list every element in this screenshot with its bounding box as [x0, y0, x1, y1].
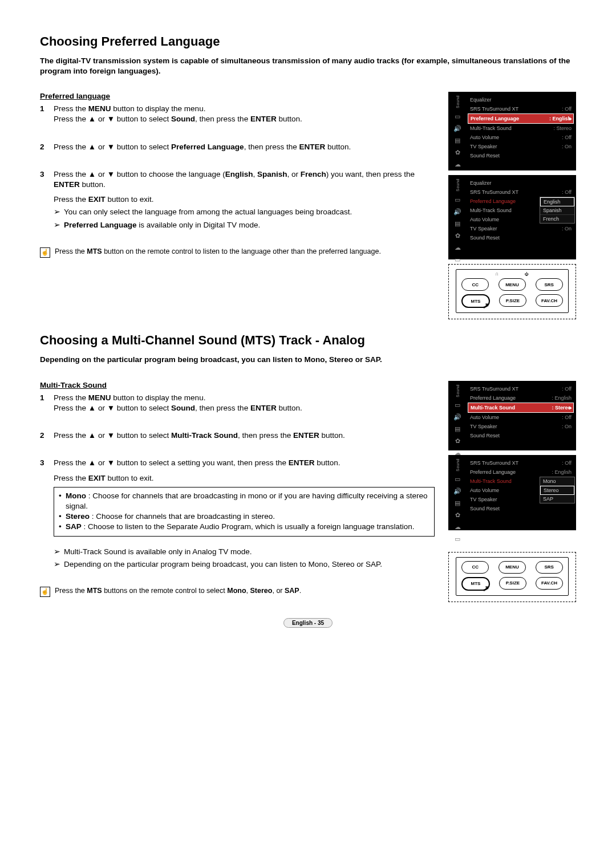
remote-favch-button[interactable]: FAV.CH — [536, 577, 563, 590]
menu-item-selected[interactable]: Multi-Track Sound: Stereo▸ — [468, 403, 574, 413]
stereo-desc: Stereo : Choose for channels that are br… — [59, 511, 429, 522]
menu-item[interactable]: SRS TruSurround XT: Off — [468, 188, 574, 197]
paper-icon: ▤ — [453, 425, 462, 433]
menu-item[interactable]: SRS TruSurround XT: Off — [468, 104, 574, 113]
menu-item[interactable]: Equalizer — [468, 95, 574, 104]
section1-title: Choosing Preferred Language — [40, 34, 576, 49]
gear-icon: ✿ — [453, 511, 462, 519]
menu-item[interactable]: SRS TruSurround XT: Off — [468, 384, 574, 393]
remote-diagram: CC MENU SRS MTS P.SIZE FAV.CH ↗ — [448, 552, 576, 602]
tv-icon: ▭ — [453, 196, 462, 204]
input-icon: ▭ — [453, 535, 462, 543]
menu-item[interactable]: Preferred Language: English — [468, 468, 574, 477]
menu-item[interactable]: Auto Volume: Off — [468, 413, 574, 422]
remote-cc-button[interactable]: CC — [461, 561, 489, 574]
page-number: English - 35 — [283, 618, 333, 628]
menu-item[interactable]: TV Speaker: On — [468, 422, 574, 431]
speaker-icon: 🔊 — [453, 488, 462, 495]
menu-item[interactable]: Preferred Language: English — [468, 393, 574, 403]
tv-icon: ▭ — [453, 113, 462, 120]
step-3: 3 Press the ▲ or ▼ button to select a se… — [40, 458, 435, 570]
menu-item-selected[interactable]: Preferred Language: English▸ — [468, 113, 574, 124]
remote-favch-button[interactable]: FAV.CH — [536, 294, 563, 307]
section2-intro: Depending on the particular program bein… — [40, 355, 576, 365]
paper-icon: ▤ — [453, 220, 462, 228]
remote-psize-button[interactable]: P.SIZE — [499, 577, 526, 590]
dropdown-option[interactable]: SAP — [540, 495, 574, 503]
mts-tip-2: ☝ Press the MTS buttons on the remote co… — [40, 587, 435, 597]
language-dropdown[interactable]: English Spanish French — [540, 197, 575, 224]
mts-tip: ☝ Press the MTS button on the remote con… — [40, 247, 435, 258]
dropdown-option[interactable]: Spanish — [540, 206, 574, 215]
gear-icon: ✿ — [453, 149, 462, 156]
speaker-icon: 🔊 — [453, 413, 462, 421]
dropdown-option[interactable]: French — [540, 215, 574, 223]
paper-icon: ▤ — [453, 499, 462, 507]
gear-icon: ✿ — [453, 437, 462, 445]
step-2: 2 Press the ▲ or ▼ button to select Pref… — [40, 142, 435, 152]
section2-title: Choosing a Multi-Channel Sound (MTS) Tra… — [40, 333, 576, 348]
menu-item[interactable]: TV Speaker: On — [468, 224, 574, 233]
input-icon: ▭ — [453, 256, 462, 263]
menu-item[interactable]: SRS TruSurround XT: Off — [468, 458, 574, 468]
section1-intro: The digital-TV transmission system is ca… — [40, 56, 576, 76]
remote-menu-button[interactable]: MENU — [499, 278, 526, 291]
remote-srs-button[interactable]: SRS — [536, 278, 563, 291]
remote-diagram: ⎍ ⏻ CC MENU SRS MTS P.SIZE FAV.CH ↗ — [448, 264, 576, 319]
paper-icon: ▤ — [453, 137, 462, 144]
cloud-icon: ☁ — [453, 244, 462, 251]
menu-item[interactable]: TV Speaker: On — [468, 142, 574, 151]
remote-menu-button[interactable]: MENU — [499, 561, 526, 574]
dropdown-option[interactable]: Mono — [540, 477, 574, 486]
remote-cc-button[interactable]: CC — [461, 278, 489, 291]
hand-icon: ☝ — [40, 247, 50, 258]
mts-dropdown[interactable]: Mono Stereo SAP — [540, 477, 575, 503]
step-2: 2 Press the ▲ or ▼ button to select Mult… — [40, 430, 435, 441]
speaker-icon: 🔊 — [453, 208, 462, 216]
tv-icon: ▭ — [453, 476, 462, 483]
menu-item[interactable]: Sound Reset — [468, 233, 574, 242]
mono-desc: Mono : Choose for channels that are broa… — [59, 491, 429, 511]
remote-psize-button[interactable]: P.SIZE — [499, 294, 526, 307]
step-1: 1 Press the MENU button to display the m… — [40, 393, 435, 413]
cloud-icon: ☁ — [453, 523, 462, 531]
gear-icon: ✿ — [453, 232, 462, 239]
menu-item[interactable]: Multi-Track Sound: Stereo — [468, 124, 574, 133]
note-depends-broadcast: Depending on the particular program bein… — [54, 559, 435, 570]
menu-item[interactable]: Sound Reset — [468, 504, 574, 513]
hand-icon: ☝ — [40, 587, 50, 597]
dropdown-option[interactable]: Stereo — [540, 486, 574, 495]
page-footer: English - 35 — [40, 618, 576, 628]
step-3: 3 Press the ▲ or ▼ button to choose the … — [40, 169, 435, 230]
speaker-icon: 🔊 — [453, 125, 462, 132]
step-1: 1 Press the MENU button to display the m… — [40, 104, 435, 124]
cloud-icon: ☁ — [453, 161, 462, 168]
osd-sound-menu-3: Sound ▭ 🔊 ▤ ✿ ☁ ▭ SRS TruSurround XT: Of… — [448, 381, 576, 450]
menu-item[interactable]: Equalizer — [468, 178, 574, 188]
osd-sound-menu-2: Sound ▭ 🔊 ▤ ✿ ☁ ▭ Equalizer SRS TruSurro… — [448, 175, 576, 259]
tv-icon: ▭ — [453, 401, 462, 409]
menu-item[interactable]: Sound Reset — [468, 151, 574, 160]
osd-sound-menu-4: Sound ▭ 🔊 ▤ ✿ ☁ ▭ SRS TruSurround XT: Of… — [448, 455, 576, 530]
note-digital-only: Preferred Language is available only in … — [54, 220, 435, 230]
menu-item[interactable]: Auto Volume: Off — [468, 133, 574, 142]
note-analog-only: Multi-Track Sound is available only in A… — [54, 547, 435, 557]
osd-sound-menu-1: Sound ▭ 🔊 ▤ ✿ ☁ ▭ Equalizer SRS TruSurro… — [448, 92, 576, 170]
menu-item[interactable]: Sound Reset — [468, 431, 574, 440]
multitrack-heading: Multi-Track Sound — [40, 381, 435, 389]
sap-desc: SAP : Choose to listen to the Separate A… — [59, 522, 429, 532]
dropdown-option[interactable]: English — [540, 197, 574, 206]
note-broadcast-only: You can only select the language from am… — [54, 207, 435, 217]
remote-srs-button[interactable]: SRS — [536, 561, 563, 574]
preferred-language-heading: Preferred language — [40, 92, 435, 100]
